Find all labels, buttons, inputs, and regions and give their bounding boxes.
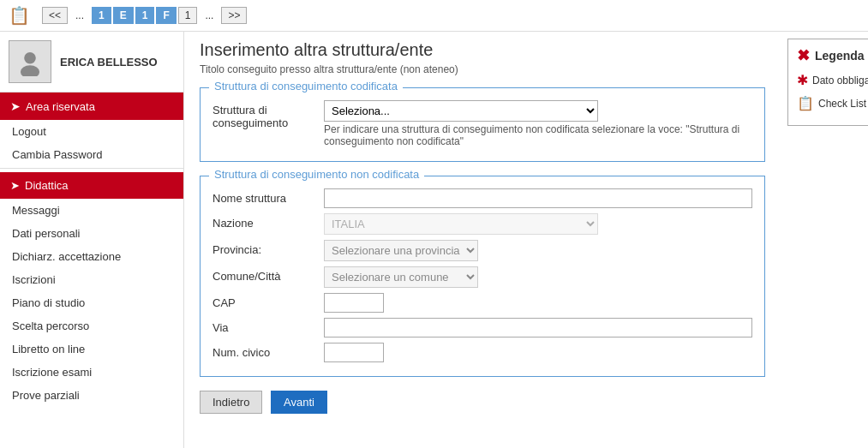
student-name: ERICA BELLESSO	[60, 56, 158, 69]
page-next-next[interactable]: >>	[221, 7, 247, 24]
nome-struttura-label: Nome struttura	[213, 188, 324, 205]
via-label: Via	[213, 318, 324, 334]
sidebar-iscrizione-esami[interactable]: Iscrizione esami	[0, 361, 183, 384]
page-subtitle: Titolo conseguito presso altra struttura…	[200, 63, 765, 75]
comune-row: Comune/Città Selezionare un comune	[213, 266, 752, 288]
nome-struttura-control	[324, 188, 752, 208]
nazione-label: Nazione	[213, 213, 324, 230]
cap-control	[324, 293, 752, 313]
section-codificata: Struttura di conseguimento codificata St…	[200, 87, 765, 162]
legend-x-icon: ✖	[797, 46, 810, 65]
didattica-label: Didattica	[25, 179, 69, 192]
sidebar: ERICA BELLESSO ➤ Area riservata Logout C…	[0, 32, 184, 448]
provincia-row: Provincia: Selezionare una provincia	[213, 240, 752, 261]
struttura-label: Struttura di conseguimento	[213, 100, 324, 129]
nazione-select[interactable]: ITALIA	[324, 213, 598, 235]
sidebar-prove-parziali[interactable]: Prove parziali	[0, 384, 183, 407]
required-star-icon: ✱	[797, 72, 808, 88]
button-row: Indietro Avanti	[200, 391, 765, 414]
nome-struttura-row: Nome struttura	[213, 188, 752, 208]
arrow-icon-2: ➤	[10, 179, 20, 192]
indietro-button[interactable]: Indietro	[200, 391, 262, 414]
page-f[interactable]: F	[156, 7, 176, 24]
num-civico-input[interactable]	[324, 343, 384, 362]
cap-label: CAP	[213, 293, 324, 309]
comune-control: Selezionare un comune	[324, 266, 752, 288]
num-civico-row: Num. civico	[213, 343, 752, 362]
comune-label: Comune/Città	[213, 266, 324, 283]
sidebar-section-didattica: ➤ Didattica Messaggi Dati personali Dich…	[0, 172, 183, 407]
form-icon: 📋	[9, 5, 30, 26]
cap-input[interactable]	[324, 293, 384, 313]
page-dots-1: ...	[69, 8, 90, 23]
via-row: Via	[213, 318, 752, 337]
struttura-row: Struttura di conseguimento Seleziona... …	[213, 100, 752, 147]
sidebar-messaggi[interactable]: Messaggi	[0, 199, 183, 222]
page-prev-prev[interactable]: <<	[42, 7, 68, 24]
content-area: Inserimento altra struttura/ente Titolo …	[184, 32, 781, 448]
pagination: << ... 1 E 1 F 1 ... >>	[42, 7, 247, 24]
comune-select[interactable]: Selezionare un comune	[324, 266, 478, 288]
legend-checklist: 📋 Check List	[797, 95, 868, 111]
cap-row: CAP	[213, 293, 752, 313]
sidebar-dati-personali[interactable]: Dati personali	[0, 222, 183, 245]
sidebar-iscrizioni[interactable]: Iscrizioni	[0, 268, 183, 291]
struttura-select[interactable]: Seleziona...	[324, 100, 598, 122]
sidebar-scelta-percorso[interactable]: Scelta percorso	[0, 314, 183, 337]
top-bar: 📋 << ... 1 E 1 F 1 ... >>	[0, 0, 868, 32]
page-dots-2: ...	[199, 8, 219, 23]
section1-title: Struttura di conseguimento codificata	[209, 80, 403, 93]
avanti-button[interactable]: Avanti	[271, 391, 327, 414]
provincia-control: Selezionare una provincia	[324, 240, 752, 261]
sidebar-piano-studio[interactable]: Piano di studio	[0, 291, 183, 314]
struttura-hint: Per indicare una struttura di conseguime…	[324, 123, 752, 147]
legend-box: ✖ Legenda ✱ Dato obbligatorio 📋 Check Li…	[787, 39, 868, 126]
checklist-icon: 📋	[797, 95, 814, 111]
section-non-codificata: Struttura di conseguimento non codificat…	[200, 176, 765, 377]
sidebar-logout[interactable]: Logout	[0, 120, 183, 143]
section2-title: Struttura di conseguimento non codificat…	[209, 168, 424, 181]
nazione-control: ITALIA	[324, 213, 752, 235]
svg-point-0	[24, 52, 36, 64]
legend-required: ✱ Dato obbligatorio	[797, 72, 868, 88]
page-e[interactable]: E	[113, 7, 134, 24]
page-1c[interactable]: 1	[178, 7, 198, 24]
svg-point-1	[21, 65, 39, 76]
legend-panel: ✖ Legenda ✱ Dato obbligatorio 📋 Check Li…	[781, 32, 868, 448]
sidebar-libretto[interactable]: Libretto on line	[0, 337, 183, 361]
via-control	[324, 318, 752, 337]
page-1b[interactable]: 1	[135, 7, 155, 24]
num-civico-label: Num. civico	[213, 343, 324, 359]
page-1[interactable]: 1	[92, 7, 111, 24]
sidebar-cambia-password[interactable]: Cambia Password	[0, 143, 183, 166]
sidebar-section-area: ➤ Area riservata Logout Cambia Password	[0, 93, 183, 166]
student-info: ERICA BELLESSO	[0, 32, 183, 93]
num-civico-control	[324, 343, 752, 362]
required-label: Dato obbligatorio	[812, 75, 868, 87]
page-title: Inserimento altra struttura/ente	[200, 40, 765, 60]
provincia-label: Provincia:	[213, 240, 324, 256]
area-riservata-label: Area riservata	[26, 100, 95, 113]
provincia-select[interactable]: Selezionare una provincia	[324, 240, 478, 261]
nome-struttura-input[interactable]	[324, 188, 752, 208]
arrow-icon: ➤	[10, 99, 21, 113]
checklist-label: Check List	[818, 98, 866, 110]
nazione-row: Nazione ITALIA	[213, 213, 752, 235]
sidebar-item-area-riservata[interactable]: ➤ Area riservata	[0, 93, 183, 120]
avatar	[9, 40, 51, 83]
struttura-control: Seleziona... Per indicare una struttura …	[324, 100, 752, 147]
sidebar-item-didattica[interactable]: ➤ Didattica	[0, 172, 183, 199]
legend-title: ✖ Legenda	[797, 46, 868, 65]
legend-title-label: Legenda	[815, 49, 865, 63]
via-input[interactable]	[324, 318, 752, 337]
sidebar-divider	[0, 168, 183, 169]
sidebar-dichiaraz[interactable]: Dichiarz. accettazione	[0, 245, 183, 268]
